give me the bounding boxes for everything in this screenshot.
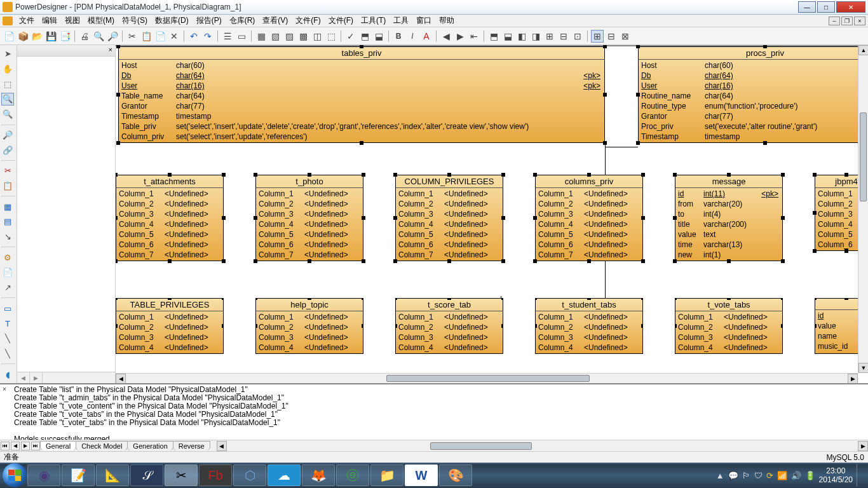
file-icon[interactable]: 📄 [1, 266, 14, 279]
task-notepad[interactable]: 📝 [62, 464, 95, 486]
browser-header[interactable] [17, 45, 115, 57]
zoom-icon[interactable]: 🔍 [1, 93, 14, 105]
redo-icon[interactable]: ↷ [201, 30, 214, 43]
task-matlab[interactable]: 📐 [96, 464, 129, 486]
delete-icon[interactable]: ✕ [168, 30, 180, 43]
entity-message[interactable]: message idint(11)<pk>fromvarchar(20)toin… [675, 175, 783, 261]
menu-view[interactable]: 视图 [61, 14, 84, 27]
task-powerdesigner[interactable]: 🎨 [439, 464, 472, 486]
entity-tables-priv[interactable]: tables_priv Hostchar(60)Dbchar(64)<pk>Us… [118, 46, 605, 143]
tool7-icon[interactable]: ⬒ [358, 30, 371, 43]
save-icon[interactable]: 💾 [44, 30, 57, 43]
clock[interactable]: 23:00 2014/5/20 [819, 466, 853, 484]
magnify-icon[interactable]: 🔎 [1, 129, 14, 142]
check-icon[interactable]: ✓ [344, 30, 357, 43]
db4-icon[interactable]: ◨ [529, 30, 542, 43]
browser-tab-nav-right[interactable]: ▶ [30, 372, 43, 383]
tray-battery-icon[interactable]: 🔋 [805, 471, 815, 480]
menu-report[interactable]: 报告(P) [193, 14, 226, 27]
maximize-button[interactable]: □ [817, 1, 835, 13]
canvas[interactable]: tables_priv Hostchar(60)Dbchar(64)<pk>Us… [116, 45, 868, 383]
menu-database[interactable]: 数据库(D) [151, 14, 193, 27]
view-icon[interactable]: ▤ [1, 215, 14, 228]
minimize-button[interactable]: — [798, 1, 816, 13]
tray-sync-icon[interactable]: ⟳ [766, 471, 773, 480]
start-button[interactable] [3, 463, 27, 487]
entity-t-score-tab[interactable]: t_score_tab Column_1<Undefined>Column_2<… [395, 298, 503, 354]
doc-restore[interactable]: ❐ [841, 17, 853, 25]
arrow-left-icon[interactable]: ◀ [440, 30, 452, 43]
title-icon[interactable]: T [1, 317, 14, 330]
output-nav-last[interactable]: ⏭ [31, 442, 40, 451]
tray-msg-icon[interactable]: 💬 [728, 471, 738, 480]
hand-icon[interactable]: ✋ [1, 63, 14, 76]
copy-icon[interactable]: 📋 [140, 30, 153, 43]
menu-view2[interactable]: 查看(V) [259, 14, 292, 27]
entity-t-vote-tabs[interactable]: t_vote_tabs Column_1<Undefined>Column_2<… [675, 298, 783, 354]
ref-icon[interactable]: ↘ [1, 231, 14, 243]
entity-procs-priv[interactable]: procs_priv Hostchar(60)Dbchar(64)<pk>Use… [638, 46, 868, 143]
close-button[interactable]: ✕ [836, 1, 865, 13]
doc-minimize[interactable]: – [829, 17, 840, 25]
menu-tools2[interactable]: 工具 [390, 14, 412, 27]
tray-flag-icon[interactable]: 🏳 [742, 471, 750, 480]
link-icon[interactable]: ↗ [1, 281, 14, 294]
entity-t-student-tabs[interactable]: t_student_tabs Column_1<Undefined>Column… [535, 298, 643, 354]
output-nav-first[interactable]: ⏮ [1, 442, 10, 451]
tray-chevron-icon[interactable]: ▲ [716, 471, 724, 480]
task-word[interactable]: W [405, 464, 438, 486]
preview-icon[interactable]: 🔍 [92, 30, 105, 43]
menu-tools[interactable]: 工具(T) [357, 14, 390, 27]
task-3d[interactable]: ⬡ [233, 464, 266, 486]
note-icon[interactable]: ▭ [1, 302, 14, 315]
entity-t-attachments[interactable]: t_attachments Column_1<Undefined>Column_… [116, 175, 224, 261]
vertical-scrollbar[interactable]: ▲ ▼ [858, 45, 868, 373]
pointer-icon[interactable]: ➤ [1, 48, 14, 60]
tool3-icon[interactable]: ▨ [283, 30, 295, 43]
project-icon[interactable]: 📦 [17, 30, 29, 43]
depend-icon[interactable]: ╲ [1, 348, 14, 360]
output-tab-generation[interactable]: Generation [127, 441, 173, 451]
arrow-right-icon[interactable]: ▶ [454, 30, 466, 43]
proc-icon[interactable]: ⚙ [1, 251, 14, 264]
paste-icon[interactable]: 📄 [154, 30, 166, 43]
link2-icon[interactable]: ╲ [1, 332, 14, 345]
tool1-icon[interactable]: ▦ [255, 30, 268, 43]
view3-icon[interactable]: ⊠ [619, 30, 632, 43]
undo-icon[interactable]: ↶ [187, 30, 200, 43]
output-nav-next[interactable]: ▶ [21, 442, 30, 451]
grab-icon[interactable]: ⬚ [1, 78, 14, 90]
entity-columns-priv[interactable]: columns_priv Column_1<Undefined>Column_2… [535, 175, 643, 261]
entity-t-photo[interactable]: t_photo Column_1<Undefined>Column_2<Unde… [255, 175, 363, 261]
output-tab-general[interactable]: General [40, 441, 76, 451]
menu-edit[interactable]: 编辑 [38, 14, 61, 27]
menu-symbol[interactable]: 符号(S) [118, 14, 151, 27]
print-icon[interactable]: 🖨 [78, 30, 91, 43]
saveall-icon[interactable]: 📑 [58, 30, 71, 43]
output-nav-prev[interactable]: ◀ [11, 442, 20, 451]
task-flash[interactable]: Fb [199, 464, 232, 486]
entity-table-privileges[interactable]: TABLE_PRIVILEGES Column_1<Undefined>Colu… [116, 298, 224, 354]
entity-help-topic[interactable]: help_topic Column_1<Undefined>Column_2<U… [255, 298, 363, 354]
arrow-left2-icon[interactable]: ⇤ [468, 30, 480, 43]
tool8-icon[interactable]: ⬓ [372, 30, 385, 43]
italic-icon[interactable]: I [406, 30, 419, 43]
menu-window[interactable]: 窗口 [412, 14, 435, 27]
paste2-icon[interactable]: 📋 [1, 180, 14, 193]
db1-icon[interactable]: ⬒ [487, 30, 500, 43]
new-icon[interactable]: 📄 [3, 30, 15, 43]
doc-close[interactable]: × [854, 17, 865, 25]
task-app1[interactable]: 𝒮 [130, 464, 163, 486]
menu-file2[interactable]: 文件(F) [292, 14, 324, 27]
menu-help[interactable]: 帮助 [435, 14, 458, 27]
task-explorer[interactable]: 📁 [370, 464, 403, 486]
task-cloud[interactable]: ☁ [268, 464, 301, 486]
menu-file3[interactable]: 文件(F) [325, 14, 357, 27]
sync-icon[interactable]: 🔗 [1, 144, 14, 156]
tool2-icon[interactable]: ▧ [269, 30, 281, 43]
task-ie[interactable]: ⓔ [336, 464, 369, 486]
tray-volume-icon[interactable]: 🔊 [791, 471, 801, 480]
properties-icon[interactable]: ☰ [221, 30, 234, 43]
menu-file[interactable]: 文件 [15, 14, 38, 27]
find-icon[interactable]: 🔎 [106, 30, 119, 43]
